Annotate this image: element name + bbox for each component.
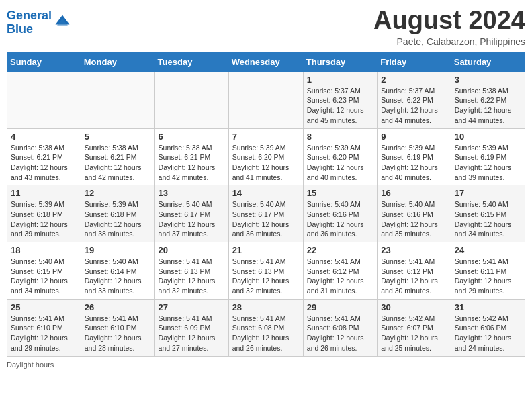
- day-number: 10: [455, 132, 521, 142]
- calendar-cell: 6Sunrise: 5:38 AM Sunset: 6:21 PM Daylig…: [154, 128, 228, 185]
- title-area: August 2024 Paete, Calabarzon, Philippin…: [373, 7, 525, 47]
- day-number: 19: [85, 245, 151, 255]
- day-info: Sunrise: 5:41 AM Sunset: 6:12 PM Dayligh…: [381, 257, 447, 296]
- day-number: 7: [232, 132, 300, 142]
- week-row-4: 18Sunrise: 5:40 AM Sunset: 6:15 PM Dayli…: [7, 242, 525, 300]
- calendar-cell: 21Sunrise: 5:41 AM Sunset: 6:13 PM Dayli…: [228, 242, 303, 300]
- calendar-cell: 2Sunrise: 5:37 AM Sunset: 6:22 PM Daylig…: [378, 71, 451, 128]
- weekday-header-friday: Friday: [378, 52, 451, 71]
- calendar-cell: 19Sunrise: 5:40 AM Sunset: 6:14 PM Dayli…: [81, 242, 154, 300]
- day-info: Sunrise: 5:38 AM Sunset: 6:21 PM Dayligh…: [11, 143, 77, 183]
- weekday-header-monday: Monday: [81, 52, 154, 71]
- month-year-title: August 2024: [373, 7, 525, 35]
- calendar-cell: 3Sunrise: 5:38 AM Sunset: 6:22 PM Daylig…: [451, 71, 525, 128]
- day-info: Sunrise: 5:37 AM Sunset: 6:23 PM Dayligh…: [307, 86, 373, 126]
- calendar-cell: [228, 71, 303, 128]
- day-number: 12: [85, 188, 151, 198]
- day-number: 20: [159, 245, 225, 255]
- day-number: 16: [381, 188, 447, 198]
- day-info: Sunrise: 5:42 AM Sunset: 6:07 PM Dayligh…: [381, 314, 447, 353]
- week-row-3: 11Sunrise: 5:39 AM Sunset: 6:18 PM Dayli…: [7, 185, 525, 242]
- day-info: Sunrise: 5:39 AM Sunset: 6:20 PM Dayligh…: [307, 143, 373, 183]
- day-info: Sunrise: 5:41 AM Sunset: 6:08 PM Dayligh…: [232, 314, 300, 353]
- day-info: Sunrise: 5:40 AM Sunset: 6:17 PM Dayligh…: [232, 199, 300, 239]
- page-header: General Blue August 2024 Paete, Calabarz…: [7, 7, 525, 47]
- day-number: 29: [307, 302, 373, 312]
- calendar-cell: 14Sunrise: 5:40 AM Sunset: 6:17 PM Dayli…: [228, 185, 303, 242]
- day-number: 8: [307, 132, 373, 142]
- day-info: Sunrise: 5:41 AM Sunset: 6:13 PM Dayligh…: [232, 257, 300, 296]
- day-info: Sunrise: 5:39 AM Sunset: 6:18 PM Dayligh…: [11, 199, 77, 239]
- day-info: Sunrise: 5:41 AM Sunset: 6:13 PM Dayligh…: [159, 257, 225, 296]
- day-number: 13: [159, 188, 225, 198]
- calendar-cell: 25Sunrise: 5:41 AM Sunset: 6:10 PM Dayli…: [7, 299, 81, 356]
- footer-text: Daylight hours: [7, 361, 54, 369]
- calendar-cell: 30Sunrise: 5:42 AM Sunset: 6:07 PM Dayli…: [378, 299, 451, 356]
- weekday-header-row: SundayMondayTuesdayWednesdayThursdayFrid…: [7, 52, 525, 71]
- calendar-cell: 24Sunrise: 5:41 AM Sunset: 6:11 PM Dayli…: [451, 242, 525, 300]
- day-number: 22: [307, 245, 373, 255]
- day-number: 24: [455, 245, 521, 255]
- calendar-table: SundayMondayTuesdayWednesdayThursdayFrid…: [7, 52, 525, 357]
- day-info: Sunrise: 5:39 AM Sunset: 6:19 PM Dayligh…: [455, 143, 521, 183]
- calendar-cell: 31Sunrise: 5:42 AM Sunset: 6:06 PM Dayli…: [451, 299, 525, 356]
- week-row-2: 4Sunrise: 5:38 AM Sunset: 6:21 PM Daylig…: [7, 128, 525, 185]
- calendar-cell: 9Sunrise: 5:39 AM Sunset: 6:19 PM Daylig…: [378, 128, 451, 185]
- calendar-cell: 26Sunrise: 5:41 AM Sunset: 6:10 PM Dayli…: [81, 299, 154, 356]
- calendar-cell: 10Sunrise: 5:39 AM Sunset: 6:19 PM Dayli…: [451, 128, 525, 185]
- logo-text: General Blue: [7, 9, 52, 36]
- day-number: 23: [381, 245, 447, 255]
- calendar-cell: 29Sunrise: 5:41 AM Sunset: 6:08 PM Dayli…: [303, 299, 377, 356]
- calendar-cell: 23Sunrise: 5:41 AM Sunset: 6:12 PM Dayli…: [378, 242, 451, 300]
- day-info: Sunrise: 5:38 AM Sunset: 6:21 PM Dayligh…: [159, 143, 225, 183]
- calendar-cell: 15Sunrise: 5:40 AM Sunset: 6:16 PM Dayli…: [303, 185, 377, 242]
- day-number: 1: [307, 75, 373, 85]
- calendar-cell: 20Sunrise: 5:41 AM Sunset: 6:13 PM Dayli…: [154, 242, 228, 300]
- day-number: 31: [455, 302, 521, 312]
- calendar-cell: 8Sunrise: 5:39 AM Sunset: 6:20 PM Daylig…: [303, 128, 377, 185]
- calendar-cell: 22Sunrise: 5:41 AM Sunset: 6:12 PM Dayli…: [303, 242, 377, 300]
- day-info: Sunrise: 5:39 AM Sunset: 6:19 PM Dayligh…: [381, 143, 447, 183]
- day-info: Sunrise: 5:40 AM Sunset: 6:15 PM Dayligh…: [455, 199, 521, 239]
- calendar-cell: 16Sunrise: 5:40 AM Sunset: 6:16 PM Dayli…: [378, 185, 451, 242]
- calendar-cell: [81, 71, 154, 128]
- day-number: 4: [11, 132, 77, 142]
- logo-icon: [53, 13, 72, 32]
- calendar-cell: 4Sunrise: 5:38 AM Sunset: 6:21 PM Daylig…: [7, 128, 81, 185]
- day-number: 11: [11, 188, 77, 198]
- weekday-header-tuesday: Tuesday: [154, 52, 228, 71]
- day-number: 27: [159, 302, 225, 312]
- day-info: Sunrise: 5:41 AM Sunset: 6:11 PM Dayligh…: [455, 257, 521, 296]
- day-number: 18: [11, 245, 77, 255]
- calendar-cell: 17Sunrise: 5:40 AM Sunset: 6:15 PM Dayli…: [451, 185, 525, 242]
- day-number: 3: [455, 75, 521, 85]
- weekday-header-thursday: Thursday: [303, 52, 377, 71]
- day-number: 15: [307, 188, 373, 198]
- calendar-cell: 13Sunrise: 5:40 AM Sunset: 6:17 PM Dayli…: [154, 185, 228, 242]
- day-info: Sunrise: 5:41 AM Sunset: 6:12 PM Dayligh…: [307, 257, 373, 296]
- calendar-cell: 28Sunrise: 5:41 AM Sunset: 6:08 PM Dayli…: [228, 299, 303, 356]
- day-info: Sunrise: 5:41 AM Sunset: 6:10 PM Dayligh…: [85, 314, 151, 353]
- day-info: Sunrise: 5:38 AM Sunset: 6:21 PM Dayligh…: [85, 143, 151, 183]
- footer: Daylight hours: [7, 361, 525, 369]
- day-info: Sunrise: 5:39 AM Sunset: 6:20 PM Dayligh…: [232, 143, 300, 183]
- day-number: 2: [381, 75, 447, 85]
- weekday-header-sunday: Sunday: [7, 52, 81, 71]
- day-info: Sunrise: 5:41 AM Sunset: 6:10 PM Dayligh…: [11, 314, 77, 353]
- day-info: Sunrise: 5:41 AM Sunset: 6:08 PM Dayligh…: [307, 314, 373, 353]
- week-row-5: 25Sunrise: 5:41 AM Sunset: 6:10 PM Dayli…: [7, 299, 525, 356]
- day-info: Sunrise: 5:42 AM Sunset: 6:06 PM Dayligh…: [455, 314, 521, 353]
- day-info: Sunrise: 5:40 AM Sunset: 6:17 PM Dayligh…: [159, 199, 225, 239]
- weekday-header-saturday: Saturday: [451, 52, 525, 71]
- day-number: 17: [455, 188, 521, 198]
- day-info: Sunrise: 5:41 AM Sunset: 6:09 PM Dayligh…: [159, 314, 225, 353]
- calendar-cell: 27Sunrise: 5:41 AM Sunset: 6:09 PM Dayli…: [154, 299, 228, 356]
- calendar-cell: 18Sunrise: 5:40 AM Sunset: 6:15 PM Dayli…: [7, 242, 81, 300]
- day-info: Sunrise: 5:40 AM Sunset: 6:15 PM Dayligh…: [11, 257, 77, 296]
- calendar-cell: [7, 71, 81, 128]
- day-number: 30: [381, 302, 447, 312]
- calendar-cell: 1Sunrise: 5:37 AM Sunset: 6:23 PM Daylig…: [303, 71, 377, 128]
- day-number: 6: [159, 132, 225, 142]
- day-number: 26: [85, 302, 151, 312]
- weekday-header-wednesday: Wednesday: [228, 52, 303, 71]
